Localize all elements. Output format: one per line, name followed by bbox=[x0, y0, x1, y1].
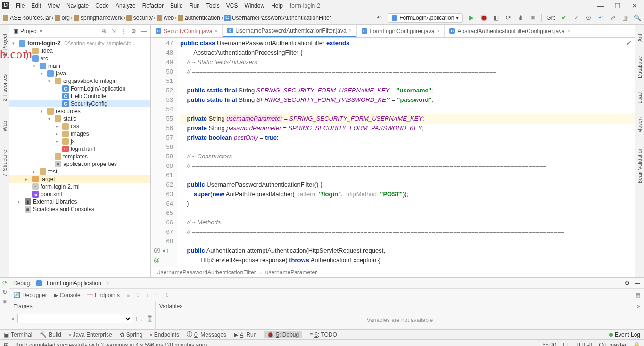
menu-vcs[interactable]: VCS bbox=[223, 1, 241, 10]
menu-file[interactable]: File bbox=[12, 1, 28, 10]
caret-position[interactable]: 55:20 bbox=[542, 342, 556, 346]
toolwindow-button[interactable]: ⓘ0: Messages bbox=[187, 330, 226, 338]
tree-item[interactable]: ▸css bbox=[9, 123, 150, 130]
debug-button[interactable]: 🐞 bbox=[480, 14, 487, 22]
crumb-item[interactable]: security bbox=[126, 15, 153, 21]
crumb-item[interactable]: CUsernamePasswordAuthenticationFilter bbox=[224, 15, 331, 21]
tree-item[interactable]: ▸test bbox=[9, 168, 150, 175]
tree-item[interactable]: CSecurityConfig bbox=[9, 100, 150, 107]
tree-item[interactable]: ▾src bbox=[9, 55, 150, 62]
settings-icon[interactable]: ⚙ bbox=[131, 28, 136, 34]
tree-item[interactable]: ▸▮External Libraries bbox=[9, 198, 150, 206]
git-commit-icon[interactable]: ✓ bbox=[572, 14, 580, 22]
toolwindow-button[interactable]: ▶4: Run bbox=[234, 331, 256, 338]
tree-item[interactable]: ▸js bbox=[9, 138, 150, 145]
git-push-icon[interactable]: ⬀ bbox=[609, 14, 617, 22]
gutter[interactable]: 4748495051525354555657585960616263646566… bbox=[151, 38, 177, 267]
toolwindow-button[interactable]: 🔨Build bbox=[40, 331, 61, 338]
menu-tools[interactable]: Tools bbox=[203, 1, 223, 10]
up-icon[interactable]: ↑ bbox=[135, 315, 138, 322]
close-button[interactable]: ✕ bbox=[631, 2, 638, 9]
collapse-icon[interactable]: ⋮ bbox=[121, 28, 126, 34]
rerun-icon[interactable]: ⟳ bbox=[2, 280, 7, 286]
toolwindow-button[interactable]: ≡6: TODO bbox=[309, 331, 337, 338]
tree-item[interactable]: ▾resources bbox=[9, 107, 150, 115]
menu-analyze[interactable]: Analyze bbox=[112, 1, 139, 10]
debug-settings-icon[interactable]: ⚙ bbox=[625, 280, 630, 287]
toolwindow-button[interactable]: 🐞5: Debug bbox=[264, 331, 302, 338]
maximize-button[interactable]: ❐ bbox=[614, 2, 621, 9]
git-history-icon[interactable]: ⊙ bbox=[585, 14, 592, 22]
thread-selector[interactable] bbox=[17, 314, 132, 323]
editor-tab[interactable]: CSecurityConfig.java× bbox=[151, 25, 223, 37]
crumb-item[interactable]: authentication bbox=[178, 15, 220, 21]
attach-button[interactable]: ⋔ bbox=[517, 14, 524, 22]
rail-luaj[interactable]: LuaJ bbox=[637, 92, 643, 104]
menu-run[interactable]: Run bbox=[186, 1, 203, 10]
hide-icon[interactable]: — bbox=[141, 28, 147, 34]
editor-tab[interactable]: CUsernamePasswordAuthenticationFilter.ja… bbox=[223, 25, 356, 37]
code-body[interactable]: public class UsernamePasswordAuthenticat… bbox=[177, 38, 635, 267]
menu-edit[interactable]: Edit bbox=[28, 1, 44, 10]
hide-icon[interactable]: — bbox=[635, 280, 640, 287]
tree-item[interactable]: templates bbox=[9, 153, 150, 160]
menu-refactor[interactable]: Refactor bbox=[139, 1, 167, 10]
git-update-icon[interactable]: ✔ bbox=[560, 14, 568, 22]
menu-window[interactable]: Window bbox=[241, 1, 268, 10]
rail-bean-validation[interactable]: Bean Validation bbox=[637, 148, 643, 183]
editor-breadcrumb[interactable]: UsernamePasswordAuthenticationFilter › u… bbox=[151, 267, 635, 277]
stop-button[interactable]: ■ bbox=[529, 14, 537, 22]
close-icon[interactable]: × bbox=[106, 280, 109, 287]
lock-icon[interactable]: 🔒 bbox=[633, 342, 640, 346]
project-tree[interactable]: ▾ form-login-2 D:\spring-security-sample… bbox=[9, 38, 150, 277]
crumb-item[interactable]: springframework bbox=[74, 15, 123, 21]
minimize-button[interactable]: — bbox=[597, 2, 604, 9]
crumb-item[interactable]: org bbox=[55, 15, 70, 21]
editor-crumb-member[interactable]: usernameParameter bbox=[265, 269, 317, 276]
layout-icon[interactable]: ▦ bbox=[635, 292, 640, 298]
layout-icon[interactable]: ▥ bbox=[621, 14, 629, 22]
run-button[interactable]: ▶ bbox=[468, 14, 475, 22]
tree-item[interactable]: ▾static bbox=[9, 115, 150, 123]
tree-item[interactable]: ▾java bbox=[9, 70, 150, 77]
chevron-down-icon[interactable]: ▾ bbox=[40, 28, 42, 34]
toolwindow-button[interactable]: ✿Spring bbox=[120, 331, 143, 338]
step-into-icon[interactable]: ↓ bbox=[146, 292, 149, 298]
line-separator[interactable]: LF bbox=[563, 342, 570, 346]
editor-crumb-class[interactable]: UsernamePasswordAuthenticationFilter bbox=[157, 269, 256, 276]
menu-build[interactable]: Build bbox=[167, 1, 186, 10]
tree-item[interactable]: Hlogin.html bbox=[9, 145, 150, 153]
tree-item[interactable]: ≡Scratches and Consoles bbox=[9, 206, 150, 213]
git-branch[interactable]: Git: master bbox=[599, 342, 627, 346]
file-encoding[interactable]: UTF-8 bbox=[576, 342, 592, 346]
crumb-item[interactable]: web bbox=[157, 15, 174, 21]
search-everywhere-icon[interactable]: 🔍 bbox=[634, 14, 641, 22]
debugger-tab[interactable]: 🔄Debugger bbox=[13, 292, 47, 298]
git-revert-icon[interactable]: ↶ bbox=[597, 14, 604, 22]
step-out-icon[interactable]: ↑ bbox=[155, 292, 158, 298]
menu-view[interactable]: View bbox=[44, 1, 63, 10]
toolwindow-button[interactable]: ▫Java Enterprise bbox=[69, 331, 112, 338]
debug-target[interactable]: FormLoginApplication bbox=[47, 280, 101, 287]
editor-tab[interactable]: CAbstractAuthenticationFilterConfigurer.… bbox=[445, 25, 575, 37]
filter-icon[interactable]: ⏳ bbox=[146, 315, 153, 322]
menu-navigate[interactable]: Navigate bbox=[63, 1, 92, 10]
tree-item[interactable]: ▸images bbox=[9, 130, 150, 138]
tree-item[interactable]: ▾.idea bbox=[9, 47, 150, 55]
run-config-selector[interactable]: FormLoginApplication ▾ bbox=[388, 13, 463, 23]
tree-item[interactable]: ≡application.properties bbox=[9, 160, 150, 168]
toolwindow-button[interactable]: ▫Endpoints bbox=[150, 331, 179, 338]
project-panel-title[interactable]: Project bbox=[20, 28, 38, 34]
coverage-button[interactable]: ◧ bbox=[492, 14, 500, 22]
rail-favorites[interactable]: 2: Favorites bbox=[2, 74, 8, 101]
toolwindow-button[interactable]: ▣Terminal bbox=[4, 331, 32, 338]
menu-help[interactable]: Help bbox=[268, 1, 286, 10]
rail-maven[interactable]: Maven bbox=[637, 117, 643, 133]
tree-item[interactable]: ▾main bbox=[9, 62, 150, 70]
menu-code[interactable]: Code bbox=[92, 1, 112, 10]
code-editor[interactable]: ✔ 47484950515253545556575859606162636465… bbox=[151, 38, 635, 267]
tree-item[interactable]: CFormLoginApplication bbox=[9, 85, 150, 92]
stop-icon[interactable]: ■ bbox=[3, 298, 6, 305]
nav-back-icon[interactable]: ↶ bbox=[375, 14, 383, 22]
rail-ant[interactable]: Ant bbox=[637, 34, 643, 42]
